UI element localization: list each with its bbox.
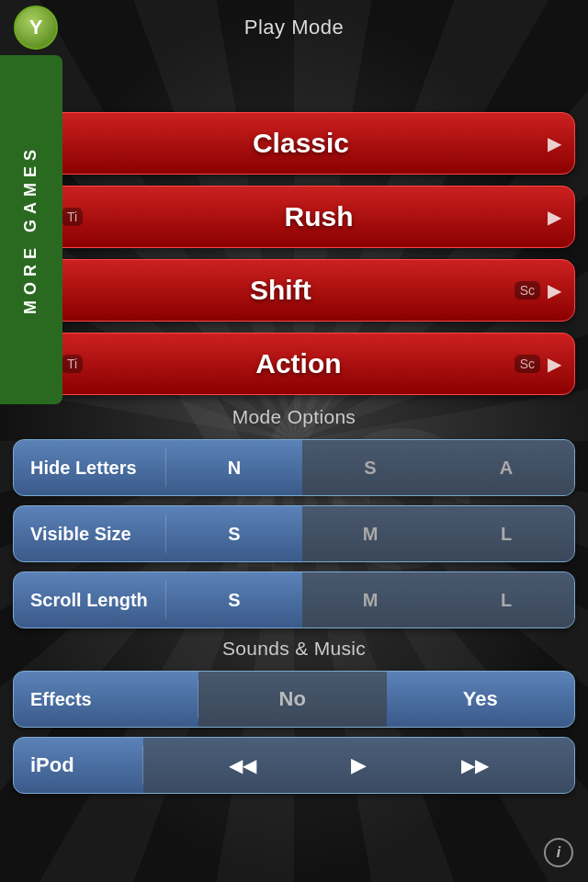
visible-size-row: Visible Size S M L [13,505,575,562]
effects-label: Effects [14,689,198,710]
visible-size-choice-s[interactable]: S [166,506,302,561]
scroll-length-choice-s[interactable]: S [166,572,302,628]
ipod-label: iPod [14,753,142,777]
mode-options-header: Mode Options [13,406,575,428]
effects-choices: No Yes [198,672,574,727]
action-arrow: ▶ [548,353,561,375]
shift-badge-right: Sc [514,281,540,300]
scroll-length-choices: S M L [166,572,574,628]
effects-row: Effects No Yes [13,671,575,728]
ipod-rewind-button[interactable]: ◀◀ [220,754,266,776]
hide-letters-choice-s[interactable]: S [302,440,438,495]
scroll-length-choice-m[interactable]: M [302,572,438,628]
rush-badge-left: Ti [62,208,83,226]
action-badge-right: Sc [514,355,540,373]
sounds-header: Sounds & Music [13,638,575,660]
bottom-info-button[interactable]: i [544,838,573,867]
ipod-fastforward-button[interactable]: ▶▶ [452,754,498,776]
play-mode-section: i Classic ▶ i Ti Rush ▶ i Shift Sc [13,55,575,395]
effects-no-button[interactable]: No [198,672,387,727]
classic-button[interactable]: i Classic ▶ [13,112,575,175]
rush-arrow: ▶ [548,206,561,228]
scroll-length-row: Scroll Length S M L [13,571,575,628]
app-logo[interactable]: Y [14,6,58,50]
classic-label: Classic [54,128,548,159]
play-mode-title-top: Play Mode [58,16,530,40]
hide-letters-label: Hide Letters [14,458,165,479]
ipod-controls: ◀◀ ▶ ▶▶ [143,738,574,793]
scroll-length-label: Scroll Length [14,590,165,611]
sidebar-more-games[interactable]: MORE GAMES [0,55,62,404]
main-content: i Classic ▶ i Ti Rush ▶ i Shift Sc [0,55,588,794]
visible-size-choice-l[interactable]: L [438,506,574,561]
rush-button[interactable]: i Ti Rush ▶ [13,186,575,248]
sidebar-label: MORE GAMES [22,144,40,314]
bottom-info-icon: i [557,844,560,861]
visible-size-choices: S M L [166,506,574,561]
top-bar: Y Play Mode [0,0,588,55]
action-button[interactable]: i Ti Action Sc ▶ [13,333,575,395]
hide-letters-row: Hide Letters N S A [13,439,575,496]
rush-label: Rush [90,201,548,232]
visible-size-label: Visible Size [14,524,165,545]
scroll-length-choice-l[interactable]: L [438,572,574,628]
shift-label: Shift [54,275,507,306]
mode-options-section: Mode Options Hide Letters N S A Visible … [13,406,575,628]
shift-button[interactable]: i Shift Sc ▶ [13,259,575,322]
logo-symbol: Y [29,16,43,40]
action-badge-left: Ti [62,355,83,373]
shift-arrow: ▶ [548,279,561,301]
effects-yes-button[interactable]: Yes [387,672,575,727]
sounds-section: Sounds & Music Effects No Yes iPod ◀◀ ▶ … [13,638,575,794]
action-label: Action [90,348,507,379]
hide-letters-choice-a[interactable]: A [438,440,574,495]
ipod-row: iPod ◀◀ ▶ ▶▶ [13,737,575,794]
hide-letters-choice-n[interactable]: N [166,440,302,495]
ipod-play-button[interactable]: ▶ [342,753,376,777]
classic-arrow: ▶ [548,132,561,154]
visible-size-choice-m[interactable]: M [302,506,438,561]
hide-letters-choices: N S A [166,440,574,495]
